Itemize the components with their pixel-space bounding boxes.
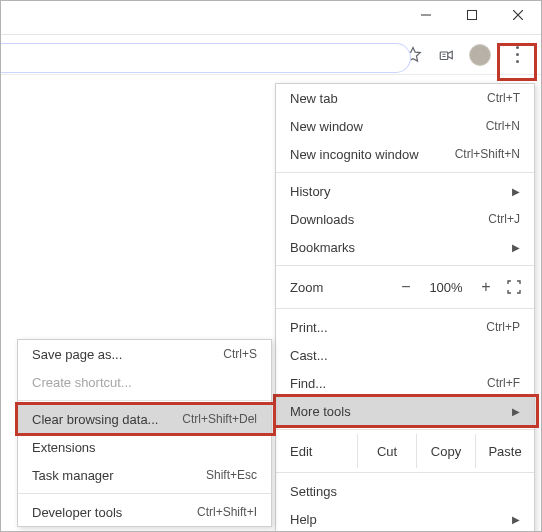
edit-label: Edit [290,444,357,459]
close-button[interactable] [495,1,541,29]
svg-rect-0 [468,11,477,20]
menu-item-label: Find... [290,376,487,391]
browser-toolbar [1,35,541,75]
cut-button[interactable]: Cut [357,434,416,468]
menu-item-history[interactable]: History ▶ [276,177,534,205]
menu-item-help[interactable]: Help ▶ [276,505,534,532]
menu-item-more-tools[interactable]: More tools ▶ [276,397,534,425]
svg-rect-1 [440,52,448,60]
menu-item-label: Developer tools [32,505,197,520]
menu-separator [18,493,271,494]
chevron-right-icon: ▶ [506,514,520,525]
menu-item-shortcut: Ctrl+T [487,91,520,105]
copy-button[interactable]: Copy [416,434,475,468]
menu-item-label: Downloads [290,212,488,227]
menu-item-shortcut: Ctrl+Shift+I [197,505,257,519]
menu-separator [18,400,271,401]
paste-button[interactable]: Paste [475,434,534,468]
menu-item-shortcut: Ctrl+Shift+N [455,147,520,161]
menu-separator [276,472,534,473]
menu-item-label: New window [290,119,486,134]
menu-item-shortcut: Shift+Esc [206,468,257,482]
menu-separator [276,429,534,430]
menu-item-new-tab[interactable]: New tab Ctrl+T [276,84,534,112]
menu-edit-row: Edit Cut Copy Paste [276,434,534,468]
submenu-item-task-manager[interactable]: Task manager Shift+Esc [18,461,271,489]
more-tools-submenu: Save page as... Ctrl+S Create shortcut..… [17,339,272,527]
menu-item-label: Extensions [32,440,257,455]
menu-item-label: Bookmarks [290,240,506,255]
zoom-out-button[interactable]: − [396,278,416,296]
zoom-in-button[interactable]: + [476,278,496,296]
kebab-menu-button[interactable] [501,39,533,71]
menu-item-label: More tools [290,404,506,419]
menu-item-incognito[interactable]: New incognito window Ctrl+Shift+N [276,140,534,168]
chevron-right-icon: ▶ [506,242,520,253]
menu-separator [276,265,534,266]
menu-item-shortcut: Ctrl+F [487,376,520,390]
menu-item-label: Task manager [32,468,206,483]
menu-item-downloads[interactable]: Downloads Ctrl+J [276,205,534,233]
menu-zoom-row: Zoom − 100% + [276,270,534,304]
profile-avatar[interactable] [469,44,491,66]
menu-item-label: New tab [290,91,487,106]
menu-item-label: Settings [290,484,520,499]
submenu-item-save-page[interactable]: Save page as... Ctrl+S [18,340,271,368]
menu-item-label: Print... [290,320,486,335]
zoom-label: Zoom [290,280,388,295]
menu-item-settings[interactable]: Settings [276,477,534,505]
menu-item-shortcut: Ctrl+J [488,212,520,226]
menu-item-shortcut: Ctrl+N [486,119,520,133]
submenu-item-extensions[interactable]: Extensions [18,433,271,461]
media-control-icon[interactable] [435,43,459,67]
zoom-value: 100% [424,280,468,295]
window-titlebar [1,1,541,29]
menu-item-label: New incognito window [290,147,455,162]
menu-item-label: Create shortcut... [32,375,257,390]
menu-item-find[interactable]: Find... Ctrl+F [276,369,534,397]
menu-item-cast[interactable]: Cast... [276,341,534,369]
menu-item-shortcut: Ctrl+P [486,320,520,334]
menu-item-shortcut: Ctrl+Shift+Del [182,412,257,426]
chevron-right-icon: ▶ [506,406,520,417]
menu-item-print[interactable]: Print... Ctrl+P [276,313,534,341]
minimize-button[interactable] [403,1,449,29]
menu-item-bookmarks[interactable]: Bookmarks ▶ [276,233,534,261]
fullscreen-button[interactable] [504,277,524,297]
submenu-item-create-shortcut: Create shortcut... [18,368,271,396]
omnibox[interactable] [1,43,411,73]
menu-item-label: Clear browsing data... [32,412,182,427]
maximize-button[interactable] [449,1,495,29]
chevron-right-icon: ▶ [506,186,520,197]
menu-item-label: Save page as... [32,347,223,362]
menu-item-label: History [290,184,506,199]
submenu-item-clear-browsing-data[interactable]: Clear browsing data... Ctrl+Shift+Del [18,405,271,433]
submenu-item-developer-tools[interactable]: Developer tools Ctrl+Shift+I [18,498,271,526]
chrome-main-menu: New tab Ctrl+T New window Ctrl+N New inc… [275,83,535,532]
menu-item-shortcut: Ctrl+S [223,347,257,361]
menu-item-label: Cast... [290,348,520,363]
menu-item-label: Help [290,512,506,527]
menu-item-new-window[interactable]: New window Ctrl+N [276,112,534,140]
menu-separator [276,172,534,173]
menu-separator [276,308,534,309]
